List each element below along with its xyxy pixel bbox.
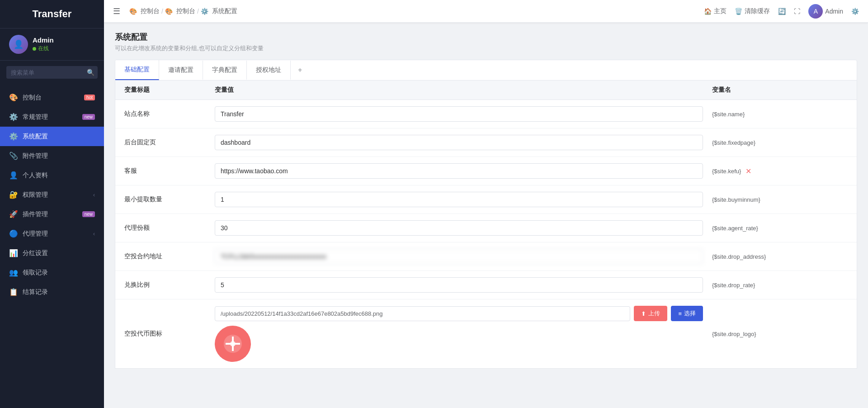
refresh-icon: 🔄 (778, 8, 786, 15)
sidebar-item-permissions[interactable]: 🔐 权限管理 ‹ (0, 185, 104, 204)
sidebar-item-label: 领取记录 (23, 269, 95, 277)
breadcrumb-dashboard[interactable]: 控制台 (141, 7, 160, 15)
col-value: 变量值 (215, 86, 712, 94)
row-value-drop-logo: ⬆ 上传 ≡ 选择 (215, 306, 712, 362)
upload-label: 上传 (648, 309, 660, 318)
sidebar-item-claim[interactable]: 👥 领取记录 (0, 263, 104, 282)
breadcrumb-dashboard2[interactable]: 控制台 (176, 7, 195, 15)
topbar-right: 🏠 主页 🗑️ 清除缓存 🔄 ⛶ A Admin ⚙️ (704, 4, 859, 19)
permissions-icon: 🔐 (9, 190, 18, 199)
row-value-kefu (215, 163, 712, 179)
buyminnum-input[interactable] (215, 192, 703, 207)
row-value-buyminnum (215, 192, 712, 207)
breadcrumb-dashboard-icon: 🎨 (129, 8, 137, 15)
sidebar-item-profile[interactable]: 👤 个人资料 (0, 166, 104, 185)
fullscreen-icon: ⛶ (794, 8, 800, 15)
sidebar-item-dividends[interactable]: 📊 分红设置 (0, 243, 104, 263)
hot-badge: hot (84, 95, 95, 100)
row-label-drop-rate: 兑换比例 (124, 281, 215, 289)
breadcrumb-sep2: / (197, 8, 199, 15)
preview-svg (222, 333, 244, 355)
sidebar-item-dashboard[interactable]: 🎨 控制台 hot (0, 88, 104, 107)
tab-auth[interactable]: 授权地址 (247, 61, 291, 80)
fixed-page-input[interactable] (215, 135, 703, 150)
site-name-input[interactable] (215, 106, 703, 122)
image-preview (215, 326, 251, 362)
clear-cache-button[interactable]: 🗑️ 清除缓存 (735, 7, 770, 15)
home-button[interactable]: 🏠 主页 (704, 7, 726, 15)
general-icon: ⚙️ (9, 113, 18, 121)
drop-address-input[interactable] (215, 249, 703, 264)
sidebar-item-general[interactable]: ⚙️ 常规管理 new (0, 107, 104, 127)
settings-button[interactable]: ⚙️ (851, 8, 859, 15)
chevron-icon: ‹ (93, 231, 95, 237)
breadcrumb: 🎨 控制台 / 🎨 控制台 / ⚙️ 系统配置 (129, 7, 237, 15)
row-value-agent-rate (215, 220, 712, 236)
page-subtitle: 可以在此增改系统的变量和分组,也可以自定义分组和变量 (115, 44, 857, 52)
delete-icon[interactable]: ✕ (745, 167, 751, 176)
kefu-input[interactable] (215, 163, 703, 179)
row-label-site-name: 站点名称 (124, 110, 215, 118)
hamburger-icon[interactable]: ☰ (113, 6, 120, 16)
row-varname-buyminnum: {$site.buyminnum} (712, 196, 848, 203)
home-label: 主页 (714, 7, 726, 15)
select-label: 选择 (684, 309, 696, 318)
username: Admin (33, 36, 54, 44)
sidebar-item-label: 权限管理 (23, 191, 93, 199)
table-row: 代理份额 {$site.agent_rate} (115, 214, 857, 242)
tab-basic[interactable]: 基础配置 (115, 60, 159, 80)
main-area: ☰ 🎨 控制台 / 🎨 控制台 / ⚙️ 系统配置 🏠 主页 🗑️ 清除缓存 (104, 0, 868, 408)
dashboard-icon: 🎨 (9, 93, 18, 102)
table-row: 后台固定页 {$site.fixedpage} (115, 128, 857, 157)
drop-rate-input[interactable] (215, 277, 703, 293)
row-varname-drop-logo: {$site.drop_logo} (712, 331, 848, 337)
new-badge: new (82, 211, 95, 217)
kefu-varname-text: {$site.kefu} (712, 168, 741, 175)
agent-rate-input[interactable] (215, 220, 703, 236)
tab-add-button[interactable]: + (291, 62, 309, 79)
refresh-button[interactable]: 🔄 (778, 8, 786, 15)
sidebar-item-label: 附件管理 (23, 152, 95, 160)
fullscreen-button[interactable]: ⛶ (794, 8, 800, 15)
settlement-icon: 📋 (9, 288, 18, 296)
row-varname-agent-rate: {$site.agent_rate} (712, 225, 848, 232)
system-icon: ⚙️ (9, 132, 18, 141)
sidebar-search[interactable]: 🔍 (6, 66, 98, 79)
row-label-drop-address: 空投合约地址 (124, 252, 215, 261)
col-label: 变量标题 (124, 86, 215, 94)
select-button[interactable]: ≡ 选择 (671, 306, 703, 321)
select-icon: ≡ (678, 310, 682, 317)
sidebar-item-label: 结算记录 (23, 288, 95, 296)
tab-dict[interactable]: 字典配置 (203, 61, 247, 80)
sidebar-nav: 🎨 控制台 hot ⚙️ 常规管理 new ⚙️ 系统配置 📎 附件管理 👤 个… (0, 84, 104, 408)
sidebar-item-attachments[interactable]: 📎 附件管理 (0, 146, 104, 166)
user-info: Admin 在线 (33, 36, 54, 52)
sidebar: Transfer 👤 Admin 在线 🔍 🎨 控制台 hot ⚙️ 常规管理 … (0, 0, 104, 408)
claim-icon: 👥 (9, 268, 18, 277)
sidebar-item-settlement[interactable]: 📋 结算记录 (0, 282, 104, 302)
row-label-drop-logo: 空投代币图标 (124, 330, 215, 338)
admin-user[interactable]: A Admin (808, 4, 843, 19)
upload-icon: ⬆ (641, 310, 646, 317)
upload-button[interactable]: ⬆ 上传 (634, 306, 667, 321)
breadcrumb-dashboard2-icon: 🎨 (165, 8, 173, 15)
config-table: 变量标题 变量值 变量名 站点名称 {$site.name} 后台固定页 {$s… (115, 81, 857, 369)
sidebar-item-label: 插件管理 (23, 210, 80, 218)
col-varname: 变量名 (712, 86, 848, 94)
row-label-kefu: 客服 (124, 167, 215, 175)
row-value-fixed-page (215, 135, 712, 150)
breadcrumb-system[interactable]: 系统配置 (212, 7, 237, 15)
row-label-agent-rate: 代理份额 (124, 224, 215, 232)
avatar: 👤 (9, 35, 28, 54)
tab-invite[interactable]: 邀请配置 (159, 61, 203, 80)
search-input[interactable] (11, 69, 87, 76)
table-row: 空投合约地址 {$site.drop_address} (115, 242, 857, 271)
drop-logo-input[interactable] (215, 306, 630, 321)
sidebar-item-system[interactable]: ⚙️ 系统配置 (0, 127, 104, 146)
sidebar-item-agents[interactable]: 🔵 代理管理 ‹ (0, 224, 104, 243)
attachment-icon: 📎 (9, 152, 18, 160)
table-header: 变量标题 变量值 变量名 (115, 81, 857, 100)
content: 系统配置 可以在此增改系统的变量和分组,也可以自定义分组和变量 基础配置 邀请配… (104, 23, 868, 408)
table-row: 兑换比例 {$site.drop_rate} (115, 271, 857, 299)
sidebar-item-plugins[interactable]: 🚀 插件管理 new (0, 204, 104, 224)
